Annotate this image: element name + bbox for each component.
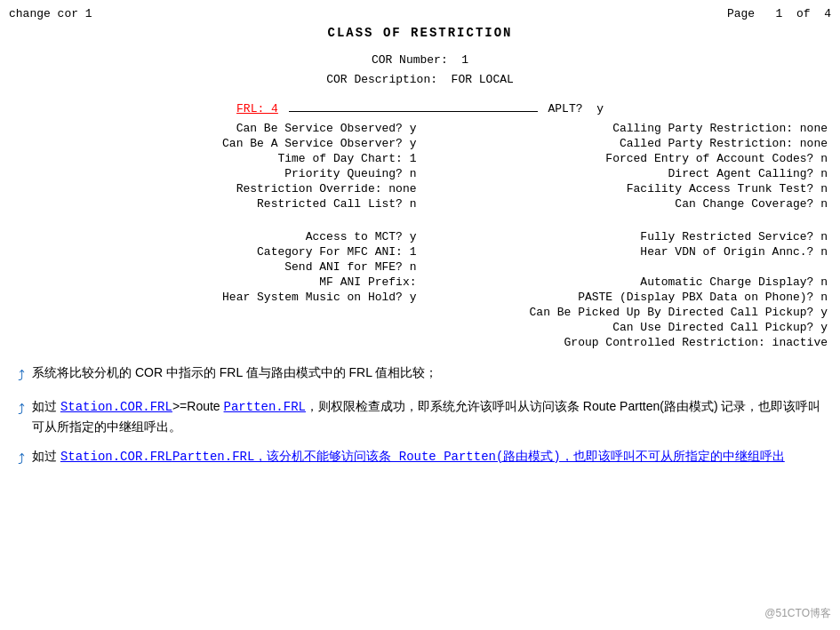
- bullet-text: 系统将比较分机的 COR 中指示的 FRL 值与路由模式中的 FRL 值相比较；: [32, 363, 831, 382]
- left-cell: Can Be Service Observed? y: [9, 121, 420, 136]
- table-row: Can Be Service Observed? y Calling Party…: [9, 121, 831, 136]
- table-row: Can Be Picked Up By Directed Call Pickup…: [9, 305, 831, 320]
- bullet-item: ⤴系统将比较分机的 COR 中指示的 FRL 值与路由模式中的 FRL 值相比较…: [18, 363, 831, 387]
- table-row: Restriction Override: none Facility Acce…: [9, 181, 831, 196]
- right-cell: Calling Party Restriction: none: [420, 121, 832, 136]
- left-cell: [9, 305, 420, 320]
- right-cell: Forced Entry of Account Codes? n: [420, 151, 832, 166]
- header-left: change cor 1: [9, 7, 92, 20]
- table-row: Category For MFC ANI: 1 Hear VDN of Orig…: [9, 244, 831, 259]
- bullet-section: ⤴系统将比较分机的 COR 中指示的 FRL 值与路由模式中的 FRL 值相比较…: [9, 363, 831, 470]
- inline-link[interactable]: Station.COR.FRL: [60, 450, 172, 464]
- bullet-icon: ⤴: [18, 448, 25, 471]
- bullet-text: 如过 Station.COR.FRL>=Route Partten.FRL，则权…: [32, 396, 831, 437]
- left-cell: Access to MCT? y: [9, 229, 420, 244]
- inline-link[interactable]: Partten.FRL: [224, 400, 306, 414]
- inline-link[interactable]: Partten.FRL，该分机不能够访问该条 Route Partten(路由模…: [172, 450, 785, 464]
- right-cell: Can Be Picked Up By Directed Call Pickup…: [420, 305, 832, 320]
- frl-line: FRL: 4 APLT? y: [9, 102, 831, 116]
- table-row: Restricted Call List? n Can Change Cover…: [9, 196, 831, 211]
- table-row: Send ANI for MFE? n: [9, 259, 831, 275]
- bullet-text: 如过 Station.COR.FRLPartten.FRL，该分机不能够访问该条…: [32, 446, 831, 467]
- left-cell: Restricted Call List? n: [9, 196, 420, 211]
- right-cell: Called Party Restriction: none: [420, 136, 832, 151]
- right-cell: PASTE (Display PBX Data on Phone)? n: [420, 290, 832, 305]
- left-cell: Priority Queuing? n: [9, 166, 420, 181]
- left-cell: Time of Day Chart: 1: [9, 151, 420, 166]
- table-row: Hear System Music on Hold? y PASTE (Disp…: [9, 290, 831, 305]
- left-cell: [9, 320, 420, 335]
- frl-underline: [289, 111, 538, 112]
- table-row: Can Use Directed Call Pickup? y: [9, 320, 831, 335]
- left-cell: Category For MFC ANI: 1: [9, 244, 420, 259]
- right-cell: Automatic Charge Display? n: [420, 275, 832, 290]
- table-row: Priority Queuing? n Direct Agent Calling…: [9, 166, 831, 181]
- cor-number-line: COR Number: 1: [9, 51, 831, 70]
- left-cell: Restriction Override: none: [9, 181, 420, 196]
- header: change cor 1 Page 1 of 4: [9, 7, 831, 20]
- bullet-item: ⤴如过 Station.COR.FRLPartten.FRL，该分机不能够访问该…: [18, 446, 831, 471]
- cor-info: COR Number: 1 COR Description: FOR LOCAL: [9, 51, 831, 90]
- left-cell: Hear System Music on Hold? y: [9, 290, 420, 305]
- cor-description-line: COR Description: FOR LOCAL: [9, 70, 831, 90]
- aplt-value: y: [596, 102, 604, 116]
- right-cell: Group Controlled Restriction: inactive: [420, 335, 832, 350]
- watermark: @51CTO博客: [764, 606, 831, 621]
- left-cell: Send ANI for MFE? n: [9, 259, 420, 275]
- left-cell: Can Be A Service Observer? y: [9, 136, 420, 151]
- inline-link[interactable]: Station.COR.FRL: [60, 400, 172, 414]
- bullet-item: ⤴如过 Station.COR.FRL>=Route Partten.FRL，则…: [18, 396, 831, 437]
- table-row: Access to MCT? y Fully Restricted Servic…: [9, 229, 831, 244]
- aplt-label: APLT?: [548, 102, 583, 116]
- right-cell: Direct Agent Calling? n: [420, 166, 832, 181]
- page-title: CLASS OF RESTRICTION: [9, 26, 831, 40]
- table-row: Time of Day Chart: 1 Forced Entry of Acc…: [9, 151, 831, 166]
- right-cell: Can Change Coverage? n: [420, 196, 832, 211]
- right-cell: Facility Access Trunk Test? n: [420, 181, 832, 196]
- bullet-icon: ⤴: [18, 364, 25, 387]
- right-cell: Can Use Directed Call Pickup? y: [420, 320, 832, 335]
- header-right: Page 1 of 4: [727, 7, 831, 20]
- bullet-icon: ⤴: [18, 398, 25, 421]
- right-cell: [420, 259, 832, 275]
- right-cell: Fully Restricted Service? n: [420, 229, 832, 244]
- main-table: Can Be Service Observed? y Calling Party…: [9, 121, 831, 350]
- table-row: Group Controlled Restriction: inactive: [9, 335, 831, 350]
- left-cell: MF ANI Prefix:: [9, 275, 420, 290]
- right-cell: Hear VDN of Origin Annc.? n: [420, 244, 832, 259]
- frl-label: FRL: 4: [236, 102, 278, 116]
- table-row: MF ANI Prefix: Automatic Charge Display?…: [9, 275, 831, 290]
- left-cell: [9, 335, 420, 350]
- table-row: Can Be A Service Observer? y Called Part…: [9, 136, 831, 151]
